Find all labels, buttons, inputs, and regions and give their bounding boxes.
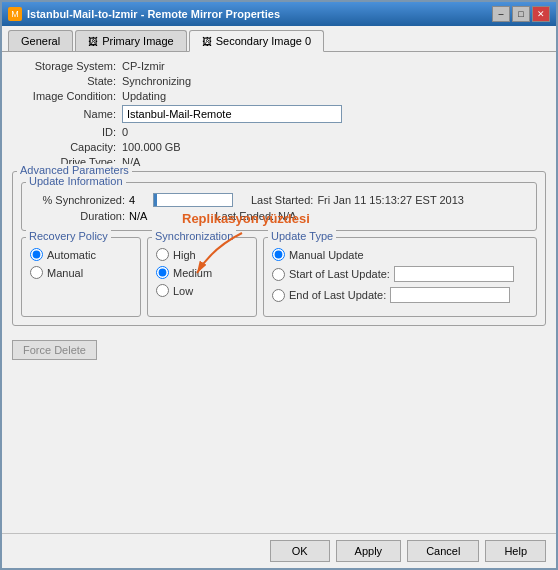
low-label[interactable]: Low [173,285,193,297]
tab-general-label: General [21,35,60,47]
end-update-label[interactable]: End of Last Update: [289,289,386,301]
last-started-value: Fri Jan 11 15:13:27 EST 2013 [317,194,464,206]
last-ended-label: Last Ended: [215,210,274,222]
high-radio[interactable] [156,248,169,261]
manual-radio[interactable] [30,266,43,279]
medium-radio[interactable] [156,266,169,279]
minimize-button[interactable]: – [492,6,510,22]
duration-value: N/A [129,210,147,222]
automatic-row: Automatic [30,248,132,261]
image-condition-label: Image Condition: [12,90,122,102]
update-info-fieldset: Update Information % Synchronized: 4 [21,182,537,231]
title-bar: M Istanbul-Mail-to-Izmir - Remote Mirror… [2,2,556,26]
tab-secondary-image[interactable]: 🖼 Secondary Image 0 [189,30,324,52]
id-row: ID: 0 [12,126,546,138]
sync-value: 4 [129,194,149,206]
bottom-groups: Recovery Policy Automatic Manual [21,237,537,317]
low-radio[interactable] [156,284,169,297]
automatic-radio[interactable] [30,248,43,261]
force-delete-button[interactable]: Force Delete [12,340,97,360]
synchronization-legend: Synchronization [152,230,236,242]
manual-update-row: Manual Update [272,248,528,261]
content-area: Storage System: CP-Izmir State: Synchron… [2,52,556,533]
tab-bar: General 🖼 Primary Image 🖼 Secondary Imag… [2,26,556,52]
manual-update-radio[interactable] [272,248,285,261]
start-update-input[interactable] [394,266,514,282]
id-value: 0 [122,126,128,138]
advanced-parameters: Advanced Parameters Update Information %… [12,171,546,326]
image-condition-row: Image Condition: Updating [12,90,546,102]
recovery-policy-legend: Recovery Policy [26,230,111,242]
medium-row: Medium [156,266,248,279]
storage-system-value: CP-Izmir [122,60,165,72]
manual-row: Manual [30,266,132,279]
synchronization-content: High Medium Low [156,248,248,297]
capacity-label: Capacity: [12,141,122,153]
close-button[interactable]: ✕ [532,6,550,22]
window-controls: – □ ✕ [492,6,550,22]
recovery-policy-fieldset: Recovery Policy Automatic Manual [21,237,141,317]
medium-label[interactable]: Medium [173,267,212,279]
end-update-input[interactable] [390,287,510,303]
end-update-radio[interactable] [272,289,285,302]
primary-image-icon: 🖼 [88,36,98,47]
storage-system-label: Storage System: [12,60,122,72]
sync-bar-fill [154,194,157,206]
state-row: State: Synchronizing [12,75,546,87]
sync-label: % Synchronized: [30,194,125,206]
manual-update-label[interactable]: Manual Update [289,249,364,261]
start-update-row: Start of Last Update: [272,266,528,282]
tab-secondary-image-label: Secondary Image 0 [216,35,311,47]
footer: OK Apply Cancel Help [2,533,556,568]
secondary-image-icon: 🖼 [202,36,212,47]
ok-button[interactable]: OK [270,540,330,562]
duration-label: Duration: [30,210,125,222]
capacity-row: Capacity: 100.000 GB [12,141,546,153]
update-type-fieldset: Update Type Manual Update Start of Last … [263,237,537,317]
tab-primary-image-label: Primary Image [102,35,174,47]
update-info-content: % Synchronized: 4 Last Started: Fri Jan … [30,193,528,222]
automatic-label[interactable]: Automatic [47,249,96,261]
last-ended-value: N/A [278,210,296,222]
name-input[interactable] [122,105,342,123]
force-delete-container: Force Delete [12,332,546,360]
storage-system-row: Storage System: CP-Izmir [12,60,546,72]
tab-primary-image[interactable]: 🖼 Primary Image [75,30,187,51]
apply-button[interactable]: Apply [336,540,402,562]
window-title: Istanbul-Mail-to-Izmir - Remote Mirror P… [27,8,280,20]
advanced-content: Update Information % Synchronized: 4 [21,182,537,317]
start-update-label[interactable]: Start of Last Update: [289,268,390,280]
cancel-button[interactable]: Cancel [407,540,479,562]
maximize-button[interactable]: □ [512,6,530,22]
name-row: Name: [12,105,546,123]
tab-general[interactable]: General [8,30,73,51]
update-type-content: Manual Update Start of Last Update: End [272,248,528,303]
recovery-policy-content: Automatic Manual [30,248,132,279]
end-update-row: End of Last Update: [272,287,528,303]
last-started-label: Last Started: [251,194,313,206]
id-label: ID: [12,126,122,138]
state-value: Synchronizing [122,75,191,87]
help-button[interactable]: Help [485,540,546,562]
manual-label[interactable]: Manual [47,267,83,279]
name-label: Name: [12,108,122,120]
low-row: Low [156,284,248,297]
start-update-radio[interactable] [272,268,285,281]
state-label: State: [12,75,122,87]
update-type-legend: Update Type [268,230,336,242]
main-window: M Istanbul-Mail-to-Izmir - Remote Mirror… [0,0,558,570]
capacity-value: 100.000 GB [122,141,181,153]
sync-bar [153,193,233,207]
high-label[interactable]: High [173,249,196,261]
window-icon: M [8,7,22,21]
high-row: High [156,248,248,261]
advanced-fieldset: Advanced Parameters Update Information %… [12,171,546,326]
update-info-legend: Update Information [26,175,126,187]
image-condition-value: Updating [122,90,166,102]
synchronization-fieldset: Synchronization High Medium [147,237,257,317]
